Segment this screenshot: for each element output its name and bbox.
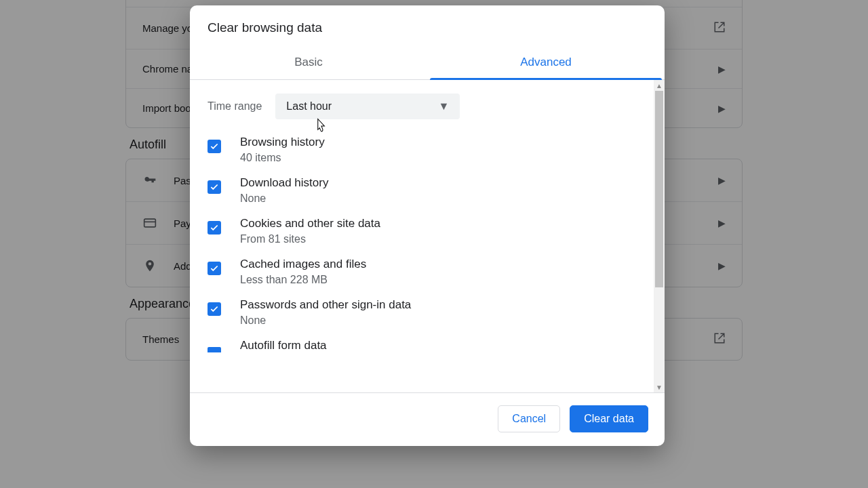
clear-data-button[interactable]: Clear data [570,405,648,432]
caret-down-icon: ▼ [438,100,449,113]
dialog-title: Clear browsing data [190,5,665,47]
time-range-dropdown[interactable]: Last hour ▼ [275,94,460,119]
tab-basic[interactable]: Basic [190,47,427,79]
scrollbar-thumb[interactable] [655,91,663,287]
checkbox-cached[interactable] [208,262,221,275]
option-passwords[interactable]: Passwords and other sign-in data None [208,298,647,327]
option-cached[interactable]: Cached images and files Less than 228 MB [208,258,647,286]
checkbox-cookies[interactable] [208,221,221,235]
option-download-history[interactable]: Download history None [208,176,647,205]
scrollbar-down-arrow-icon[interactable]: ▼ [654,382,665,392]
option-cookies[interactable]: Cookies and other site data From 81 site… [208,217,647,245]
option-autofill[interactable]: Autofill form data [208,339,647,352]
checkbox-browsing-history[interactable] [208,140,221,153]
tab-advanced[interactable]: Advanced [427,47,665,79]
clear-browsing-data-dialog: Clear browsing data Basic Advanced Time … [190,5,665,446]
option-browsing-history[interactable]: Browsing history 40 items [208,136,647,164]
time-range-value: Last hour [286,100,332,113]
dialog-tabs: Basic Advanced [190,47,665,80]
checkbox-autofill[interactable] [208,347,221,352]
cancel-button[interactable]: Cancel [498,405,560,432]
clear-options-list: Browsing history 40 items Download histo… [208,136,647,352]
checkbox-passwords[interactable] [208,302,221,316]
scrollbar[interactable]: ▲ ▼ [654,80,665,392]
scrollbar-up-arrow-icon[interactable]: ▲ [654,80,665,91]
time-range-label: Time range [208,100,262,113]
checkbox-download-history[interactable] [208,180,221,194]
